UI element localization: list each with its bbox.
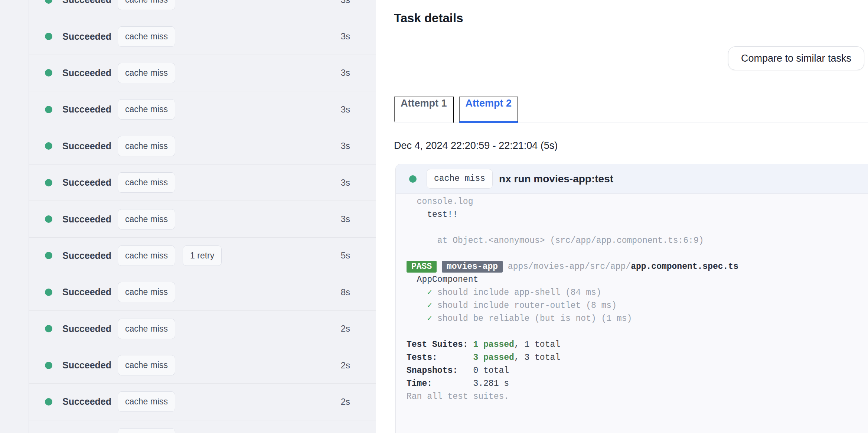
task-row[interactable]: Succeededcache miss3s: [29, 91, 376, 128]
task-duration: 2s: [341, 360, 350, 371]
terminal-line: [407, 247, 864, 260]
status-dot-icon: [45, 398, 52, 406]
terminal-line: Ran all test suites.: [407, 390, 864, 403]
task-row[interactable]: Succeededcache miss8s: [29, 274, 376, 310]
task-row[interactable]: Succeededcache miss3s: [29, 0, 376, 18]
status-label: Succeeded: [62, 323, 111, 334]
status-label: Succeeded: [62, 31, 111, 42]
status-dot-icon: [45, 142, 52, 150]
status-label: Succeeded: [62, 360, 111, 371]
task-duration: 8s: [341, 287, 350, 297]
terminal-line: Tests: 3 passed, 3 total: [407, 351, 864, 364]
status-dot-icon: [45, 252, 52, 259]
terminal-line: PASS movies-app apps/movies-app/src/app/…: [407, 260, 864, 273]
task-output-header[interactable]: cache miss nx run movies-app:test: [396, 164, 868, 194]
terminal-line: console.log: [407, 195, 864, 208]
status-label: Succeeded: [62, 104, 111, 115]
terminal-line: Time: 3.281 s: [407, 377, 864, 390]
attempt-tabs: Attempt 1Attempt 2: [394, 97, 868, 123]
cache-miss-badge: cache miss: [118, 391, 175, 412]
task-row[interactable]: Succeededcache miss3s: [29, 18, 376, 55]
task-list-pane: Succeededcache miss3sSucceededcache miss…: [0, 0, 376, 433]
status-label: Succeeded: [62, 0, 111, 5]
task-row[interactable]: Succeededcache miss2s: [29, 384, 376, 420]
status-dot-icon: [45, 179, 52, 186]
task-duration: 2s: [341, 397, 350, 407]
terminal-line: at Object.<anonymous> (src/app/app.compo…: [407, 234, 864, 247]
task-duration: 3s: [341, 68, 350, 78]
task-row[interactable]: Succeededcache miss3s: [29, 165, 376, 201]
task-output-card: cache miss nx run movies-app:test consol…: [395, 164, 868, 433]
task-duration: 5s: [341, 250, 350, 261]
status-dot-icon: [45, 106, 52, 113]
task-row[interactable]: Succeededcache miss1 retry5s: [29, 238, 376, 274]
compare-similar-tasks-button[interactable]: Compare to similar tasks: [728, 46, 864, 70]
task-row[interactable]: Succeededcache miss3s: [29, 201, 376, 237]
status-dot-icon: [45, 289, 52, 296]
task-duration: 3s: [341, 0, 350, 5]
status-label: Succeeded: [62, 214, 111, 225]
terminal-output: console.log test!! at Object.<anonymous>…: [396, 194, 868, 414]
terminal-line: Snapshots: 0 total: [407, 364, 864, 377]
terminal-line: test!!: [407, 208, 864, 221]
status-dot-icon: [45, 0, 52, 4]
cache-status-badge: cache miss: [427, 169, 493, 189]
cache-miss-badge: cache miss: [118, 355, 175, 375]
page-title: Task details: [394, 11, 868, 25]
status-label: Succeeded: [62, 396, 111, 407]
terminal-line: ✓ should be reliable (but is not) (1 ms): [407, 312, 864, 325]
tab-attempt-2[interactable]: Attempt 2: [459, 97, 519, 123]
cache-miss-badge: cache miss: [118, 99, 175, 120]
cache-miss-badge: cache miss: [118, 209, 175, 229]
task-list: Succeededcache miss3sSucceededcache miss…: [29, 0, 376, 433]
cache-miss-badge: cache miss: [118, 63, 175, 83]
task-command: nx run movies-app:test: [499, 173, 613, 185]
cache-miss-badge: cache miss: [118, 428, 175, 433]
status-label: Succeeded: [62, 141, 111, 152]
task-duration: 3s: [341, 141, 350, 151]
task-row[interactable]: Succeededcache miss3s: [29, 55, 376, 91]
task-row[interactable]: Succeededcache miss: [29, 420, 376, 433]
cache-miss-badge: cache miss: [118, 245, 175, 266]
status-label: Succeeded: [62, 250, 111, 261]
terminal-line: Test Suites: 1 passed, 1 total: [407, 338, 864, 351]
cache-miss-badge: cache miss: [118, 26, 175, 47]
status-dot-icon: [45, 69, 52, 76]
task-duration: 3s: [341, 214, 350, 224]
cache-miss-badge: cache miss: [118, 172, 175, 193]
task-duration: 3s: [341, 178, 350, 188]
terminal-line: ✓ should include router-outlet (8 ms): [407, 299, 864, 312]
task-row[interactable]: Succeededcache miss2s: [29, 347, 376, 384]
terminal-line: ✓ should include app-shell (84 ms): [407, 286, 864, 299]
cache-miss-badge: cache miss: [118, 0, 175, 10]
status-dot-icon: [409, 175, 417, 183]
terminal-line: [407, 325, 864, 338]
status-dot-icon: [45, 33, 52, 40]
task-row[interactable]: Succeededcache miss3s: [29, 128, 376, 165]
tab-attempt-1[interactable]: Attempt 1: [394, 97, 454, 123]
status-dot-icon: [45, 215, 52, 223]
cache-miss-badge: cache miss: [118, 282, 175, 302]
status-dot-icon: [45, 325, 52, 332]
task-details-panel: Task details Compare to similar tasks At…: [376, 0, 868, 433]
attempt-time-range: Dec 4, 2024 22:20:59 - 22:21:04 (5s): [394, 140, 868, 152]
task-duration: 2s: [341, 323, 350, 334]
status-label: Succeeded: [62, 287, 111, 297]
terminal-line: AppComponent: [407, 273, 864, 286]
task-duration: 3s: [341, 31, 350, 42]
cache-miss-badge: cache miss: [118, 136, 175, 156]
status-label: Succeeded: [62, 68, 111, 78]
status-dot-icon: [45, 362, 52, 369]
task-duration: 3s: [341, 104, 350, 115]
task-row[interactable]: Succeededcache miss2s: [29, 311, 376, 347]
terminal-line: [407, 221, 864, 234]
retry-badge: 1 retry: [183, 245, 222, 266]
cache-miss-badge: cache miss: [118, 319, 175, 339]
status-label: Succeeded: [62, 177, 111, 188]
